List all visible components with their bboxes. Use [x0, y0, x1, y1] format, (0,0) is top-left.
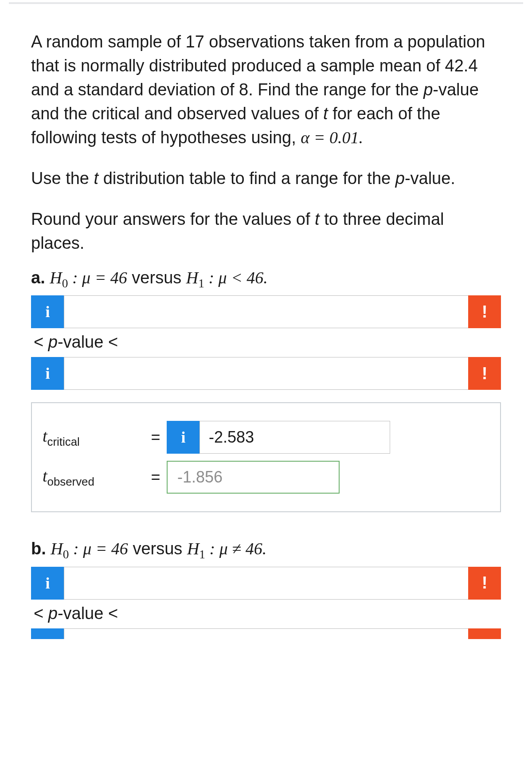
info-icon[interactable]: i [31, 567, 64, 600]
part-a-pvalue-lower-row: i ! [31, 295, 501, 328]
prose-text: -value. [405, 169, 455, 188]
prose-text: Use the [31, 169, 94, 188]
part-a-pvalue-upper-row: i ! [31, 357, 501, 390]
equals-sign: = [145, 428, 167, 447]
alert-icon[interactable] [468, 628, 501, 639]
pvalue-lower-input[interactable] [64, 567, 468, 600]
pvalue-lower-input[interactable] [64, 295, 468, 328]
problem-paragraph-2: Use the t distribution table to find a r… [31, 167, 501, 191]
info-icon[interactable] [31, 628, 64, 639]
part-b-pvalue-lower-row: i ! [31, 567, 501, 600]
pvalue-upper-input[interactable] [64, 628, 468, 639]
part-b-label: b. [31, 539, 46, 558]
prose-text: Round your answers for the values of [31, 210, 315, 228]
alert-icon[interactable]: ! [468, 357, 501, 390]
alpha-equation: α = 0.01. [301, 128, 363, 147]
info-icon[interactable]: i [31, 295, 64, 328]
info-icon[interactable]: i [31, 357, 64, 390]
part-a-t-values-box: tcritical = i -2.583 tobserved = -1.856 [31, 402, 501, 512]
part-a-pvalue-label: < p-value < [34, 333, 501, 352]
part-a-label: a. [31, 268, 45, 287]
t-observed-row: tobserved = -1.856 [43, 461, 489, 494]
part-a-hypothesis: a. H0 : μ = 46 versus H1 : μ < 46. [31, 268, 501, 290]
t-observed-input[interactable]: -1.856 [167, 461, 340, 494]
equals-sign: = [145, 468, 167, 487]
prose-text: A random sample of 17 observations taken… [31, 32, 485, 99]
t-observed-label: tobserved [43, 466, 145, 488]
t-critical-row: tcritical = i -2.583 [43, 421, 489, 454]
part-b-pvalue-upper-row-partial [31, 628, 501, 639]
prose-text: distribution table to find a range for t… [98, 169, 395, 188]
problem-paragraph-1: A random sample of 17 observations taken… [31, 30, 501, 150]
part-b-hypothesis: b. H0 : μ = 46 versus H1 : μ ≠ 46. [31, 539, 501, 561]
alert-icon[interactable]: ! [468, 295, 501, 328]
problem-paragraph-3: Round your answers for the values of t t… [31, 208, 501, 255]
part-b-pvalue-label: < p-value < [34, 604, 501, 623]
t-critical-input[interactable]: -2.583 [200, 421, 390, 454]
info-icon[interactable]: i [167, 421, 200, 454]
alert-icon[interactable]: ! [468, 567, 501, 600]
t-critical-label: tcritical [43, 426, 145, 448]
pvalue-upper-input[interactable] [64, 357, 468, 390]
